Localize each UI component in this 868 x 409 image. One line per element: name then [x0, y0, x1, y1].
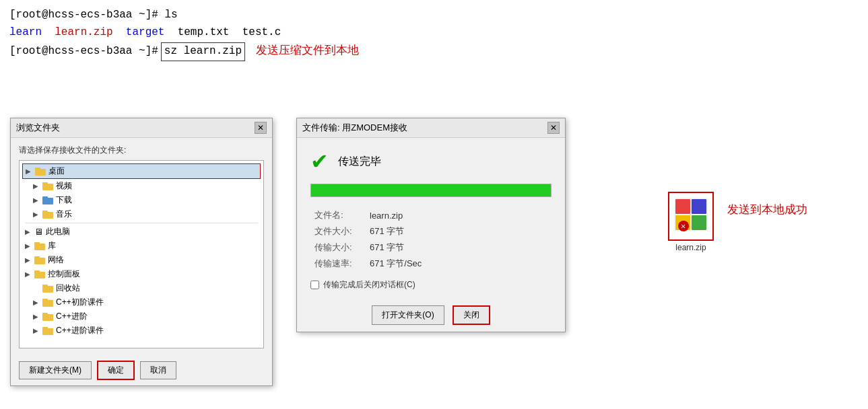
- progress-bar-container: [310, 184, 552, 197]
- tree-label-cpp-adv: C++进阶: [56, 311, 88, 322]
- tree-item-download[interactable]: ▶ 下载: [22, 193, 261, 207]
- file-icon-box: ✕: [668, 192, 714, 241]
- info-row-speed: 传输速率: 671 字节/Sec: [312, 256, 550, 271]
- transfer-info-table: 文件名: learn.zip 文件大小: 671 字节 传输大小: 671 字节…: [310, 207, 552, 272]
- tree-item-network[interactable]: ▶ 网络: [22, 253, 261, 267]
- folder-icon-cpp-adv-course: [42, 327, 53, 335]
- file-icon-label: learn.zip: [675, 243, 706, 252]
- terminal-command: sz learn.zip: [161, 42, 245, 61]
- auto-close-checkbox-row: 传输完成后关闭对话框(C): [310, 279, 552, 291]
- filename-label: 文件名:: [312, 208, 366, 223]
- success-area: ✕ learn.zip 发送到本地成功: [668, 192, 807, 252]
- tree-item-controlpanel[interactable]: ▶ 控制面板: [22, 267, 261, 281]
- auto-close-label: 传输完成后关闭对话框(C): [323, 279, 415, 291]
- close-transfer-button[interactable]: 关闭: [453, 305, 490, 325]
- tree-label-network: 网络: [48, 254, 64, 266]
- tree-label-computer: 此电脑: [46, 226, 70, 237]
- svg-rect-2: [692, 199, 706, 214]
- tree-label-cpp-basic: C++初阶课件: [56, 297, 104, 308]
- terminal-prompt-1: [root@hcss-ecs-b3aa ~]# ls: [9, 7, 178, 24]
- terminal-learn: learn: [9, 24, 42, 42]
- transfersize-label: 传输大小:: [312, 240, 366, 255]
- folder-icon-video: [42, 182, 53, 190]
- terminal-prompt-3: [root@hcss-ecs-b3aa ~]#: [9, 43, 158, 61]
- info-row-transfersize: 传输大小: 671 字节: [312, 240, 550, 255]
- new-folder-button[interactable]: 新建文件夹(M): [19, 361, 92, 379]
- ok-button[interactable]: 确定: [97, 361, 135, 380]
- tree-label-video: 视频: [56, 180, 72, 192]
- folder-icon-cpp-adv: [42, 313, 53, 321]
- browse-dialog-titlebar: 浏览文件夹 ✕: [11, 118, 272, 138]
- tree-label-download: 下载: [56, 194, 72, 206]
- progress-bar-fill: [311, 184, 551, 196]
- tree-arrow-desktop: ▶: [26, 168, 32, 175]
- tree-item-cpp-basic[interactable]: ▶ C++初阶课件: [22, 295, 261, 309]
- cancel-button[interactable]: 取消: [140, 361, 176, 379]
- zip-file-icon: ✕: [671, 195, 710, 234]
- tree-item-music[interactable]: ▶ 音乐: [22, 207, 261, 221]
- transfer-close-button[interactable]: ✕: [547, 122, 560, 134]
- info-row-filesize: 文件大小: 671 字节: [312, 224, 550, 239]
- transfer-status-text: 传送完毕: [338, 155, 381, 169]
- folder-icon-cpp-basic: [42, 299, 53, 307]
- transfersize-value: 671 字节: [367, 240, 550, 255]
- info-row-filename: 文件名: learn.zip: [312, 208, 550, 223]
- terminal-line-3: [root@hcss-ecs-b3aa ~]# sz learn.zip 发送压…: [9, 41, 859, 61]
- transfer-dialog-footer: 打开文件夹(O) 关闭: [297, 305, 565, 332]
- transfer-dialog: 文件传输: 用ZMODEM接收 ✕ ✔ 传送完毕 文件名: learn.zip …: [296, 118, 566, 332]
- svg-rect-1: [675, 199, 690, 214]
- file-icon-group: ✕ learn.zip: [668, 192, 714, 252]
- tree-label-desktop: 桌面: [48, 165, 65, 177]
- tree-item-desktop[interactable]: ▶ 桌面: [22, 163, 261, 179]
- tree-item-video[interactable]: ▶ 视频: [22, 179, 261, 193]
- transfer-dialog-body: ✔ 传送完毕 文件名: learn.zip 文件大小: 671 字节 传输大小:…: [297, 138, 565, 305]
- auto-close-checkbox[interactable]: [310, 281, 319, 289]
- transfer-header-row: ✔ 传送完毕: [310, 149, 552, 174]
- browse-dialog-title: 浏览文件夹: [16, 122, 60, 134]
- tree-label-cpp-adv-course: C++进阶课件: [56, 325, 104, 336]
- svg-rect-4: [692, 215, 706, 230]
- folder-icon-desktop: [35, 168, 46, 176]
- folder-icon-download: [42, 196, 53, 204]
- computer-icon: 🖥: [34, 227, 43, 237]
- tree-item-recycle[interactable]: 回收站: [22, 281, 261, 295]
- browse-dialog-footer: 新建文件夹(M) 确定 取消: [11, 355, 272, 385]
- folder-icon-library: [34, 242, 45, 250]
- folder-icon-music: [42, 211, 53, 219]
- tree-label-music: 音乐: [56, 209, 72, 220]
- folder-icon-controlpanel: [34, 270, 45, 278]
- browse-folder-dialog: 浏览文件夹 ✕ 请选择保存接收文件的文件夹: ▶ 桌面 ▶ 视频 ▶ 下载: [10, 118, 273, 386]
- transfer-dialog-titlebar: 文件传输: 用ZMODEM接收 ✕: [297, 118, 565, 138]
- checkmark-icon: ✔: [310, 149, 329, 174]
- filesize-label: 文件大小:: [312, 224, 366, 239]
- tree-item-library[interactable]: ▶ 库: [22, 239, 261, 253]
- speed-value: 671 字节/Sec: [367, 256, 550, 271]
- svg-text:✕: ✕: [681, 222, 686, 231]
- success-text: 发送到本地成功: [727, 202, 807, 217]
- filename-value: learn.zip: [367, 208, 550, 223]
- tree-label-library: 库: [48, 240, 56, 252]
- tree-item-cpp-adv[interactable]: ▶ C++进阶: [22, 309, 261, 324]
- open-folder-button[interactable]: 打开文件夹(O): [372, 305, 444, 325]
- terminal: [root@hcss-ecs-b3aa ~]# ls learn learn.z…: [0, 0, 868, 68]
- folder-tree[interactable]: ▶ 桌面 ▶ 视频 ▶ 下载 ▶ 音乐: [19, 160, 264, 348]
- terminal-annotation: 发送压缩文件到本地: [256, 41, 359, 59]
- terminal-learnzip: learn.zip: [55, 24, 112, 42]
- speed-label: 传输速率:: [312, 256, 366, 271]
- tree-item-cpp-adv-course[interactable]: ▶ C++进阶课件: [22, 324, 261, 338]
- tree-item-computer[interactable]: ▶ 🖥 此电脑: [22, 225, 261, 239]
- browse-dialog-body: 请选择保存接收文件的文件夹: ▶ 桌面 ▶ 视频 ▶ 下载 ▶: [11, 138, 272, 355]
- filesize-value: 671 字节: [367, 224, 550, 239]
- tree-label-controlpanel: 控制面板: [48, 268, 80, 280]
- terminal-line-1: [root@hcss-ecs-b3aa ~]# ls: [9, 7, 859, 24]
- folder-icon-recycle: [42, 285, 53, 293]
- transfer-dialog-title: 文件传输: 用ZMODEM接收: [302, 122, 407, 134]
- terminal-line-2: learn learn.zip target temp.txt test.c: [9, 24, 859, 42]
- tree-label-recycle: 回收站: [56, 283, 80, 294]
- terminal-target: target: [126, 24, 165, 42]
- browse-dialog-label: 请选择保存接收文件的文件夹:: [19, 145, 264, 156]
- browse-close-button[interactable]: ✕: [255, 122, 267, 134]
- folder-icon-network: [34, 256, 45, 264]
